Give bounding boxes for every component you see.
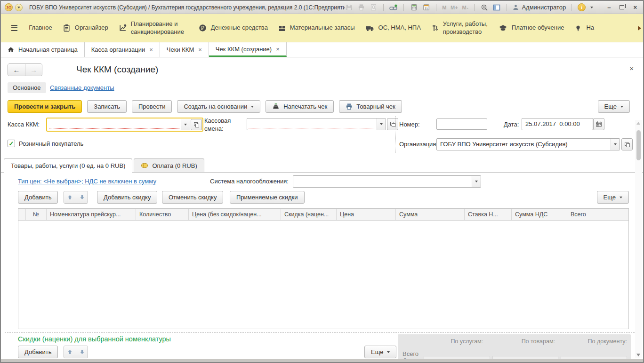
column-vat-rate[interactable]: Ставка Н...	[465, 209, 512, 220]
tax-system-dropdown-icon[interactable]	[472, 176, 481, 187]
menu-item-taxes[interactable]: На	[572, 23, 596, 33]
discounts-add-button[interactable]: Добавить	[18, 346, 58, 358]
shift-input[interactable]	[247, 118, 377, 130]
discounts-move-up-button[interactable]	[64, 346, 76, 358]
number-field[interactable]	[436, 118, 487, 130]
table-more-button[interactable]: Еще	[597, 191, 629, 204]
app-logo-icon[interactable]: 1С	[5, 3, 13, 11]
scrollbar-thumb[interactable]	[636, 130, 641, 160]
tab-chek-kkm-sozdanie[interactable]: Чек ККМ (создание) ×	[209, 42, 287, 57]
shift-dropdown-icon[interactable]	[377, 118, 386, 130]
discounts-move-down-button[interactable]	[76, 346, 88, 358]
column-sum[interactable]: Сумма	[396, 209, 465, 220]
date-input[interactable]: 25.07.2017 0:00:00	[522, 118, 593, 130]
memory-add-button[interactable]: M+	[451, 5, 459, 10]
create-based-on-button[interactable]: Создать на основании	[177, 100, 260, 113]
organization-input[interactable]: ГОБУ ВПО Университет искусств (Субсидия)	[437, 139, 611, 150]
price-type-link[interactable]: Тип цен: <Не выбран>; НДС не включен в с…	[18, 178, 156, 185]
items-table-body[interactable]	[18, 221, 628, 329]
maximize-button[interactable]	[620, 5, 624, 9]
move-up-button[interactable]	[64, 191, 76, 203]
print-icon[interactable]	[357, 3, 365, 11]
organization-browse-button[interactable]	[621, 138, 633, 150]
tax-system-input[interactable]	[293, 176, 472, 187]
back-button[interactable]: ←	[8, 64, 25, 76]
column-quantity[interactable]: Количество	[136, 209, 189, 220]
kkm-field[interactable]	[46, 118, 203, 132]
menu-item-os-nma[interactable]: ОС, НМА, НПА	[363, 23, 423, 33]
menu-item-main[interactable]: Главное	[26, 23, 55, 33]
row-marker-column[interactable]	[18, 209, 26, 220]
nav-link-related-documents[interactable]: Связанные документы	[50, 84, 114, 91]
post-button[interactable]: Провести	[132, 100, 172, 113]
tab-goods-works-services[interactable]: Товары, работы, услуги (0 ед. на 0 RUB)	[4, 158, 132, 173]
menu-item-cash[interactable]: Денежные средства	[196, 23, 270, 33]
print-preview-icon[interactable]	[369, 3, 378, 11]
organization-dropdown-icon[interactable]	[611, 139, 620, 150]
kkm-dropdown-icon[interactable]	[181, 119, 190, 130]
tax-system-field[interactable]	[293, 175, 481, 188]
menu-overflow-arrow-icon[interactable]	[638, 26, 641, 31]
print-receipt-button[interactable]: Напечатать чек	[266, 100, 334, 113]
link-icon[interactable]	[389, 3, 398, 11]
calendar-icon[interactable]: 31	[422, 3, 430, 11]
close-window-button[interactable]: ×	[631, 4, 639, 11]
post-and-close-button[interactable]: Провести и закрыть	[8, 100, 82, 113]
calculator-icon[interactable]	[410, 3, 418, 11]
number-input[interactable]	[437, 119, 487, 129]
discounts-more-button[interactable]: Еще	[364, 346, 396, 358]
menu-item-services[interactable]: Услуги, работы, производство	[429, 19, 491, 37]
retail-customer-checkbox[interactable]: ✓ Розничный покупатель	[8, 140, 83, 147]
column-nomenclature[interactable]: Номенклатура прейскур...	[47, 209, 136, 220]
hamburger-icon[interactable]: ☰	[5, 23, 21, 33]
date-field[interactable]: 25.07.2017 0:00:00	[522, 118, 593, 130]
memory-recall-button[interactable]: M	[442, 5, 447, 10]
close-icon[interactable]: ×	[276, 46, 280, 53]
column-total[interactable]: Всего	[567, 209, 628, 220]
tab-cheki-kkm[interactable]: Чеки ККМ ×	[160, 42, 209, 57]
scroll-up-icon[interactable]	[636, 122, 640, 125]
vertical-scrollbar[interactable]	[635, 120, 642, 358]
kkm-browse-button[interactable]	[191, 119, 202, 130]
current-user[interactable]: Администратор	[513, 4, 566, 11]
menu-item-planning[interactable]: Планирование и санкционирование	[116, 19, 191, 37]
close-icon[interactable]: ×	[198, 46, 202, 53]
shift-browse-button[interactable]	[387, 118, 398, 130]
panels-icon[interactable]	[492, 3, 501, 11]
column-discount[interactable]: Скидка (нацен...	[281, 209, 337, 220]
scroll-down-icon[interactable]	[636, 354, 640, 356]
system-menu-button[interactable]	[15, 4, 23, 11]
info-button[interactable]: i	[578, 3, 586, 11]
menu-item-organizer[interactable]: Органайзер	[60, 23, 111, 33]
menu-item-inventory[interactable]: Материальные запасы	[276, 23, 357, 33]
column-vat-sum[interactable]: Сумма НДС	[512, 209, 567, 220]
column-price-no-discount[interactable]: Цена (без скидок/нацен...	[189, 209, 281, 220]
goods-receipt-button[interactable]: Товарный чек	[339, 100, 402, 113]
more-button[interactable]: Еще	[598, 100, 630, 113]
save-button[interactable]: Записать	[87, 100, 127, 113]
date-calendar-button[interactable]	[593, 118, 604, 130]
save-icon[interactable]	[345, 3, 353, 11]
form-splitter[interactable]	[395, 116, 396, 153]
tab-payment[interactable]: Оплата (0 RUB)	[134, 158, 204, 172]
minimize-button[interactable]: –	[605, 4, 613, 11]
memory-subtract-button[interactable]: M-	[462, 5, 469, 10]
move-down-button[interactable]	[76, 191, 88, 203]
tab-kassa-organizacii[interactable]: Касса организации ×	[85, 42, 160, 57]
forward-button[interactable]: →	[25, 64, 42, 76]
applied-discounts-button[interactable]: Применяемые скидки	[230, 191, 305, 204]
kkm-input[interactable]	[48, 119, 181, 130]
organization-field[interactable]: ГОБУ ВПО Университет искусств (Субсидия)	[436, 138, 620, 150]
shift-field[interactable]	[247, 118, 386, 130]
nav-link-main[interactable]: Основное	[8, 82, 46, 93]
tab-home[interactable]: Начальная страница	[1, 42, 85, 57]
close-form-icon[interactable]: ×	[629, 64, 634, 72]
close-icon[interactable]: ×	[149, 46, 153, 53]
add-discount-button[interactable]: Добавить скидку	[97, 191, 157, 204]
add-row-button[interactable]: Добавить	[18, 191, 58, 204]
info-chevron-icon[interactable]	[590, 7, 593, 8]
cancel-discount-button[interactable]: Отменить скидку	[162, 191, 223, 204]
column-number[interactable]: №	[26, 209, 47, 220]
zoom-icon[interactable]	[480, 3, 489, 11]
column-price[interactable]: Цена	[337, 209, 396, 220]
